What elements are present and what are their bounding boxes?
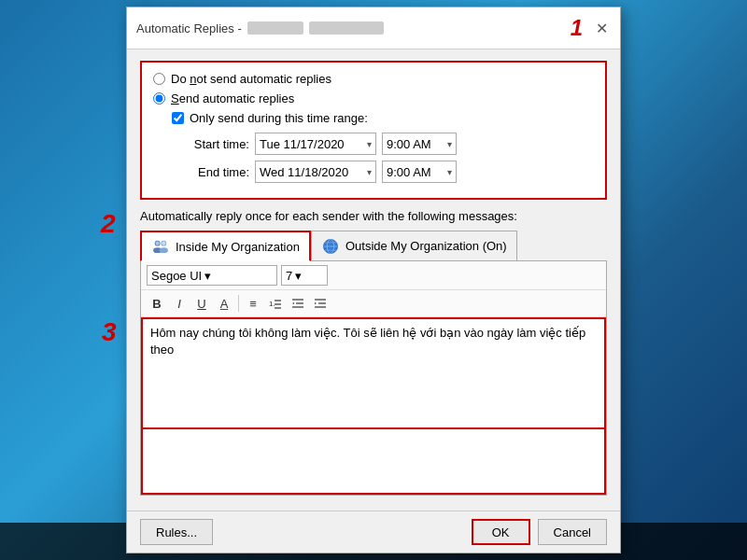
step-2-label: 2 xyxy=(101,209,116,239)
dialog-footer: 4 Rules... OK Cancel xyxy=(127,511,620,553)
end-date-value: Wed 11/18/2020 xyxy=(260,165,363,179)
step-1-label: 1 xyxy=(571,15,583,41)
message-text-area-empty[interactable] xyxy=(141,429,606,495)
checkbox-time-range-row: Only send during this time range: xyxy=(172,111,594,125)
font-family-arrow-icon: ▾ xyxy=(204,269,211,283)
end-time-value: 9:00 AM xyxy=(387,165,444,179)
end-time-arrow-icon: ▾ xyxy=(447,167,452,177)
dialog-body: Do not send automatic replies Send autom… xyxy=(127,49,620,511)
start-date-value: Tue 11/17/2020 xyxy=(260,137,363,151)
tab-outside-org[interactable]: Outside My Organization (On) xyxy=(311,231,517,261)
font-family-value: Segoe UI xyxy=(151,269,202,283)
auto-reply-description: Automatically reply once for each sender… xyxy=(140,209,607,223)
font-size-dropdown[interactable]: 7 ▾ xyxy=(281,265,328,286)
dialog-title: Automatic Replies - xyxy=(136,21,384,35)
rules-button[interactable]: Rules... xyxy=(140,519,213,545)
start-time-label: Start time: xyxy=(189,137,249,151)
radio-no-auto-reply-label: Do not send automatic replies xyxy=(171,72,331,86)
underline-button[interactable]: U xyxy=(191,293,212,314)
section1-box: Do not send automatic replies Send autom… xyxy=(140,61,607,200)
message-text-area[interactable]: Hôm nay chúng tôi không làm việc. Tôi sẽ… xyxy=(141,317,606,429)
title-bar: Automatic Replies - 1 ✕ xyxy=(127,7,620,49)
font-size-arrow-icon: ▾ xyxy=(295,269,302,283)
increase-indent-button[interactable] xyxy=(310,293,331,314)
inside-org-icon xyxy=(151,237,170,256)
step-3-label: 3 xyxy=(102,317,117,347)
svg-point-3 xyxy=(160,247,168,253)
numbered-list-button[interactable]: 1. xyxy=(265,293,286,314)
ok-button[interactable]: OK xyxy=(472,519,530,545)
format-toolbar: B I U A ≡ 1. xyxy=(141,290,606,317)
decrease-indent-button[interactable] xyxy=(288,293,308,314)
increase-indent-icon xyxy=(314,297,327,310)
title-text: Automatic Replies - xyxy=(136,21,242,35)
bold-button[interactable]: B xyxy=(147,293,167,314)
bullet-list-button[interactable]: ≡ xyxy=(243,293,263,314)
end-time-row: End time: Wed 11/18/2020 ▾ 9:00 AM ▾ xyxy=(189,161,594,183)
checkbox-time-range-label: Only send during this time range: xyxy=(190,111,368,125)
tabs-row: Inside My Organization Outside My Organi… xyxy=(140,231,607,261)
footer-right-buttons: OK Cancel xyxy=(472,519,607,545)
close-button[interactable]: ✕ xyxy=(592,19,611,37)
font-size-value: 7 xyxy=(286,269,292,283)
end-date-dropdown[interactable]: Wed 11/18/2020 ▾ xyxy=(255,161,376,183)
section2-wrap: 2 Automatically reply once for each send… xyxy=(140,209,607,496)
cancel-button[interactable]: Cancel xyxy=(538,519,607,545)
end-time-label: End time: xyxy=(189,165,249,179)
start-date-arrow-icon: ▾ xyxy=(367,139,372,149)
toolbar-separator-1 xyxy=(238,295,239,312)
start-time-arrow-icon: ▾ xyxy=(447,139,452,149)
end-time-dropdown[interactable]: 9:00 AM ▾ xyxy=(382,161,457,183)
checkbox-time-range[interactable] xyxy=(172,112,184,124)
svg-text:1.: 1. xyxy=(269,300,275,308)
svg-point-5 xyxy=(162,242,165,245)
radio-send-auto-reply-label: Send automatic replies xyxy=(171,91,294,105)
automatic-replies-dialog: Automatic Replies - 1 ✕ Do not send auto… xyxy=(126,7,621,553)
tab-outside-org-label: Outside My Organization (On) xyxy=(345,239,507,253)
font-family-dropdown[interactable]: Segoe UI ▾ xyxy=(147,265,277,286)
start-time-dropdown[interactable]: 9:00 AM ▾ xyxy=(382,133,457,155)
title-redacted-1 xyxy=(247,21,303,35)
font-toolbar: Segoe UI ▾ 7 ▾ xyxy=(141,261,606,290)
start-time-value: 9:00 AM xyxy=(387,137,444,151)
section3-wrap: 3 Hôm nay chúng tôi không làm việc. Tôi … xyxy=(141,317,606,495)
tab-inside-org[interactable]: Inside My Organization xyxy=(140,231,311,261)
tab-inside-org-label: Inside My Organization xyxy=(176,240,300,254)
outside-org-icon xyxy=(321,237,340,256)
start-time-row: Start time: Tue 11/17/2020 ▾ 9:00 AM ▾ xyxy=(189,133,594,155)
start-date-dropdown[interactable]: Tue 11/17/2020 ▾ xyxy=(255,133,376,155)
svg-marker-18 xyxy=(292,302,294,304)
radio-send-auto-reply[interactable] xyxy=(153,92,165,105)
radio-no-auto-reply-row: Do not send automatic replies xyxy=(153,72,594,86)
decrease-indent-icon xyxy=(291,297,304,310)
numbered-list-icon: 1. xyxy=(269,297,282,310)
title-redacted-2 xyxy=(309,21,384,35)
end-date-arrow-icon: ▾ xyxy=(367,167,372,177)
radio-no-auto-reply[interactable] xyxy=(153,73,165,85)
svg-marker-22 xyxy=(315,302,317,304)
italic-button[interactable]: I xyxy=(169,293,190,314)
editor-container: Segoe UI ▾ 7 ▾ B I U A ≡ xyxy=(140,260,607,496)
radio-send-auto-reply-row: Send automatic replies xyxy=(153,91,594,105)
svg-point-4 xyxy=(156,242,160,245)
font-color-button[interactable]: A xyxy=(214,293,234,314)
message-text: Hôm nay chúng tôi không làm việc. Tôi sẽ… xyxy=(150,326,585,357)
